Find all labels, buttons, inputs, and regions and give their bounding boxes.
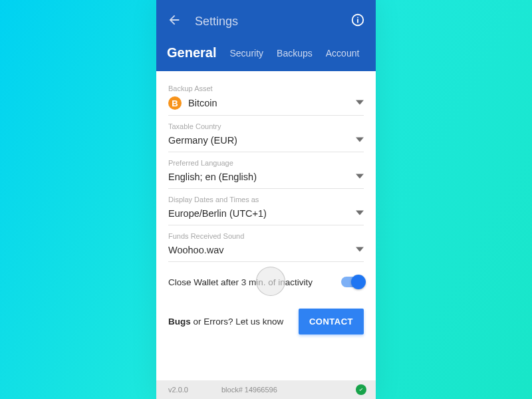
bugs-row: Bugs or Errors? Let us know CONTACT: [168, 297, 364, 334]
chevron-down-icon: [356, 207, 364, 219]
field-taxable-country[interactable]: Taxable Country Germany (EUR): [168, 116, 364, 152]
chevron-down-icon: [356, 244, 364, 256]
field-value: Germany (EUR): [168, 135, 356, 146]
chevron-down-icon: [356, 134, 364, 146]
chevron-down-icon: [356, 97, 364, 109]
chevron-down-icon: [356, 171, 364, 183]
status-ok-icon: [356, 384, 366, 395]
settings-content: Backup Asset B Bitcoin Taxable Country G…: [156, 71, 376, 380]
field-label: Funds Received Sound: [168, 232, 364, 240]
field-sound[interactable]: Funds Received Sound Woohoo.wav: [168, 225, 364, 262]
inactivity-toggle[interactable]: [341, 277, 364, 287]
version-label: v2.0.0: [168, 386, 221, 394]
field-preferred-language[interactable]: Preferred Language English; en (English): [168, 152, 364, 189]
contact-button[interactable]: CONTACT: [299, 309, 364, 334]
info-icon[interactable]: [350, 13, 365, 30]
field-label: Preferred Language: [168, 159, 364, 167]
field-label: Backup Asset: [168, 84, 364, 92]
block-number: block# 14966596: [221, 386, 356, 394]
app-header: Settings General Security Backups Accoun…: [156, 0, 376, 71]
field-value: Woohoo.wav: [168, 245, 356, 255]
top-bar: Settings: [167, 8, 365, 35]
field-value: Bitcoin: [188, 98, 356, 108]
field-label: Taxable Country: [168, 122, 364, 130]
status-footer: v2.0.0 block# 14966596: [156, 380, 376, 399]
field-value: Europe/Berlin (UTC+1): [168, 208, 356, 219]
field-backup-asset[interactable]: Backup Asset B Bitcoin: [168, 78, 364, 116]
field-value: English; en (English): [168, 172, 356, 182]
toggle-label: Close Wallet after 3 min. of inactivity: [168, 277, 341, 287]
phone-frame: Settings General Security Backups Accoun…: [156, 0, 376, 399]
field-datetime[interactable]: Display Dates and Times as Europe/Berlin…: [168, 189, 364, 225]
tab-general[interactable]: General: [167, 45, 216, 61]
bitcoin-icon: B: [168, 96, 182, 110]
bugs-text: Bugs or Errors? Let us know: [168, 317, 299, 327]
back-arrow-icon[interactable]: [167, 13, 182, 30]
tab-backups[interactable]: Backups: [277, 48, 313, 61]
tab-account[interactable]: Account: [326, 48, 360, 61]
inactivity-toggle-row: Close Wallet after 3 min. of inactivity: [168, 262, 364, 297]
field-label: Display Dates and Times as: [168, 196, 364, 203]
tabs: General Security Backups Account: [167, 35, 365, 71]
tab-security[interactable]: Security: [229, 48, 263, 61]
page-title: Settings: [195, 15, 350, 29]
